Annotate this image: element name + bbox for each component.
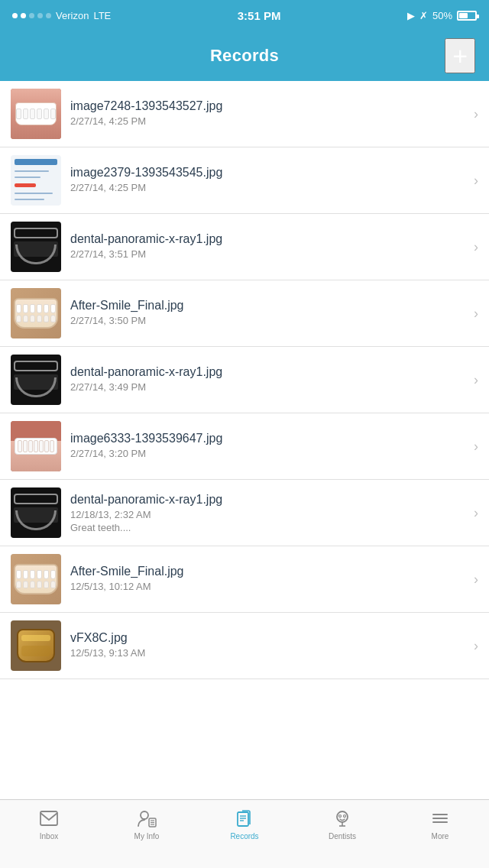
record-thumbnail: [11, 554, 61, 604]
carrier-label: Verizon: [56, 10, 89, 21]
status-bar: Verizon LTE 3:51 PM ▶ ✗ 50%: [0, 0, 489, 31]
record-date: 2/27/14, 3:20 PM: [70, 448, 465, 459]
dot4: [37, 13, 43, 18]
record-note: Great teeth....: [70, 522, 465, 533]
list-item[interactable]: dental-panoramic-x-ray1.jpg2/27/14, 3:51…: [0, 214, 489, 280]
record-date: 2/27/14, 4:25 PM: [70, 182, 465, 193]
svg-point-1: [141, 811, 148, 819]
record-thumbnail: [11, 222, 61, 272]
more-icon: [429, 808, 451, 829]
record-name: dental-panoramic-x-ray1.jpg: [70, 493, 465, 507]
record-date: 2/27/14, 4:25 PM: [70, 115, 465, 127]
inbox-icon: [38, 808, 60, 829]
record-name: After-Smile_Final.jpg: [70, 299, 465, 313]
tab-more[interactable]: More: [391, 806, 489, 840]
battery-icon: [457, 11, 477, 21]
record-info: dental-panoramic-x-ray1.jpg12/18/13, 2:3…: [61, 493, 474, 533]
record-info: image7248-1393543527.jpg2/27/14, 4:25 PM: [61, 99, 474, 128]
records-icon: [234, 808, 255, 829]
tab-more-label: More: [432, 832, 449, 840]
nav-bar: Records +: [0, 31, 489, 81]
record-name: image7248-1393543527.jpg: [70, 99, 465, 113]
dot1: [12, 13, 18, 18]
status-time: 3:51 PM: [238, 9, 281, 22]
myinfo-icon: [136, 808, 157, 829]
list-item[interactable]: dental-panoramic-x-ray1.jpg12/18/13, 2:3…: [0, 480, 489, 546]
chevron-right-icon: ›: [474, 306, 478, 322]
dot2: [21, 13, 26, 18]
location-icon: ▶: [407, 10, 415, 21]
record-name: vFX8C.jpg: [70, 631, 465, 645]
record-date: 2/27/14, 3:49 PM: [70, 381, 465, 393]
svg-rect-0: [40, 811, 57, 825]
record-date: 2/27/14, 3:50 PM: [70, 315, 465, 326]
chevron-right-icon: ›: [474, 372, 478, 388]
dot3: [29, 13, 34, 18]
record-name: dental-panoramic-x-ray1.jpg: [70, 365, 465, 379]
record-thumbnail: [11, 288, 61, 338]
record-info: image6333-1393539647.jpg2/27/14, 3:20 PM: [61, 432, 474, 461]
record-date: 12/5/13, 10:12 AM: [70, 581, 465, 592]
record-info: dental-panoramic-x-ray1.jpg2/27/14, 3:49…: [61, 365, 474, 394]
chevron-right-icon: ›: [474, 439, 478, 455]
record-thumbnail: [11, 620, 61, 671]
dot5: [46, 13, 51, 18]
tab-records[interactable]: Records: [196, 806, 293, 840]
status-right: ▶ ✗ 50%: [407, 10, 477, 21]
list-item[interactable]: image6333-1393539647.jpg2/27/14, 3:20 PM…: [0, 413, 489, 480]
chevron-right-icon: ›: [474, 572, 478, 588]
record-thumbnail: [11, 89, 61, 139]
tab-myinfo-label: My Info: [134, 832, 160, 840]
chevron-right-icon: ›: [474, 106, 478, 122]
record-thumbnail: [11, 155, 61, 206]
list-item[interactable]: image7248-1393543527.jpg2/27/14, 4:25 PM…: [0, 81, 489, 147]
record-name: image2379-1393543545.jpg: [70, 166, 465, 180]
tab-dentists[interactable]: Dentists: [293, 806, 391, 840]
chevron-right-icon: ›: [474, 638, 478, 654]
battery-percent: 50%: [432, 10, 452, 21]
record-name: After-Smile_Final.jpg: [70, 565, 465, 578]
dentists-icon: [332, 808, 353, 829]
record-date: 12/5/13, 9:13 AM: [70, 647, 465, 659]
record-name: dental-panoramic-x-ray1.jpg: [70, 232, 465, 246]
chevron-right-icon: ›: [474, 173, 478, 189]
records-list: image7248-1393543527.jpg2/27/14, 4:25 PM…: [0, 81, 489, 799]
record-date: 12/18/13, 2:32 AM: [70, 509, 465, 520]
record-thumbnail: [11, 421, 61, 471]
record-thumbnail: [11, 487, 61, 538]
record-info: image2379-1393543545.jpg2/27/14, 4:25 PM: [61, 166, 474, 195]
record-name: image6333-1393539647.jpg: [70, 432, 465, 445]
record-thumbnail: [11, 355, 61, 405]
network-label: LTE: [93, 10, 111, 21]
list-item[interactable]: After-Smile_Final.jpg12/5/13, 10:12 AM›: [0, 546, 489, 613]
bluetooth-icon: ✗: [419, 10, 428, 21]
tab-records-label: Records: [230, 832, 258, 840]
tab-inbox[interactable]: Inbox: [0, 806, 98, 840]
tab-bar: Inbox My Info Records: [0, 799, 489, 868]
battery-fill: [459, 13, 468, 18]
svg-point-12: [344, 815, 346, 818]
record-date: 2/27/14, 3:51 PM: [70, 248, 465, 260]
record-info: After-Smile_Final.jpg2/27/14, 3:50 PM: [61, 299, 474, 328]
tab-myinfo[interactable]: My Info: [98, 806, 196, 840]
chevron-right-icon: ›: [474, 239, 478, 255]
tab-inbox-label: Inbox: [40, 832, 58, 840]
status-left: Verizon LTE: [12, 10, 111, 21]
list-item[interactable]: After-Smile_Final.jpg2/27/14, 3:50 PM›: [0, 280, 489, 347]
svg-point-11: [339, 815, 342, 818]
list-item[interactable]: dental-panoramic-x-ray1.jpg2/27/14, 3:49…: [0, 347, 489, 413]
record-info: vFX8C.jpg12/5/13, 9:13 AM: [61, 631, 474, 660]
record-info: After-Smile_Final.jpg12/5/13, 10:12 AM: [61, 565, 474, 594]
signal-dots: [12, 13, 51, 18]
tab-dentists-label: Dentists: [329, 832, 356, 840]
list-item[interactable]: image2379-1393543545.jpg2/27/14, 4:25 PM…: [0, 147, 489, 214]
record-info: dental-panoramic-x-ray1.jpg2/27/14, 3:51…: [61, 232, 474, 261]
nav-title: Records: [210, 46, 279, 66]
add-record-button[interactable]: +: [445, 38, 475, 73]
list-item[interactable]: vFX8C.jpg12/5/13, 9:13 AM›: [0, 613, 489, 679]
svg-rect-6: [238, 812, 248, 826]
chevron-right-icon: ›: [474, 505, 478, 521]
